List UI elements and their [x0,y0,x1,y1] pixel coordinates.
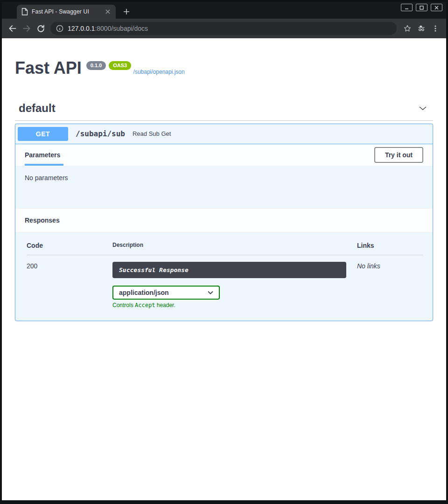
openapi-spec-link[interactable]: /subapi/openapi.json [133,69,185,75]
url-text: 127.0.0.1:8000/subapi/docs [68,25,148,32]
minimize-button[interactable] [401,4,413,11]
responses-table: Code Description Links 200 Successful Re… [15,232,433,321]
response-description-box: Successful Response [112,262,346,278]
browser-menu-icon[interactable] [428,21,442,35]
oas3-badge: OAS3 [109,61,131,70]
forward-button[interactable] [20,21,34,35]
responses-table-header: Code Description Links [27,242,423,255]
hint-suffix: header. [155,302,175,308]
reload-button[interactable] [34,21,48,35]
api-title-row: Fast API0.1.0OAS3 [15,59,131,77]
api-title: Fast API [15,59,82,77]
tab-close-icon[interactable] [104,7,112,16]
api-info: Fast API0.1.0OAS3 /subapi/openapi.json [15,59,433,77]
browser-toolbar: 127.0.0.1:8000/subapi/docs [2,19,446,38]
hint-prefix: Controls [112,302,135,308]
incognito-icon [414,21,428,35]
response-links: No links [357,262,380,270]
method-badge: GET [18,127,68,141]
tab-parameters[interactable]: Parameters [25,144,63,166]
accept-header-hint: Controls Accept header. [112,302,357,308]
browser-tab[interactable]: Fast API - Swagger UI [17,5,116,19]
window-controls [401,4,442,11]
column-header-links: Links [357,242,423,249]
response-code: 200 [27,262,37,270]
select-chevron-icon [208,291,213,294]
address-bar[interactable]: 127.0.0.1:8000/subapi/docs [50,22,397,35]
browser-window: Fast API - Swagger UI [0,0,448,504]
try-it-out-button[interactable]: Try it out [374,147,423,163]
url-host: 127.0.0.1 [68,25,95,32]
column-header-description: Description [112,242,357,249]
maximize-button[interactable] [416,4,427,11]
responses-section-title: Responses [15,208,433,232]
media-type-control: application/json Controls Accept header. [112,286,357,308]
new-tab-button[interactable] [120,6,133,18]
parameters-header-bar: Parameters Try it out [15,144,433,166]
close-window-button[interactable] [431,4,442,11]
operation-summary: Read Sub Get [133,130,171,137]
operation-path: /subapi/sub [73,129,128,138]
page-favicon-icon [21,8,28,15]
browser-titlebar: Fast API - Swagger UI [2,2,446,19]
tag-section-header[interactable]: default [15,102,433,121]
tab-title: Fast API - Swagger UI [32,8,100,15]
opblock-get: GET /subapi/sub Read Sub Get Parameters … [15,124,433,321]
opblock-summary[interactable]: GET /subapi/sub Read Sub Get [15,124,433,144]
column-header-code: Code [27,242,112,249]
media-type-select[interactable]: application/json [112,286,220,300]
version-badge: 0.1.0 [86,61,106,70]
hint-code: Accept [135,302,155,308]
site-info-icon[interactable] [56,25,63,32]
swagger-page: Fast API0.1.0OAS3 /subapi/openapi.json d… [2,38,446,500]
chevron-down-icon[interactable] [418,104,427,113]
bookmark-star-icon[interactable] [400,21,414,35]
back-button[interactable] [6,21,20,35]
no-parameters-message: No parameters [15,166,433,208]
response-row-200: 200 Successful Response application/json [27,255,423,308]
tag-name: default [19,102,56,115]
media-type-selected: application/json [119,289,169,296]
url-rest: :8000/subapi/docs [95,25,148,32]
